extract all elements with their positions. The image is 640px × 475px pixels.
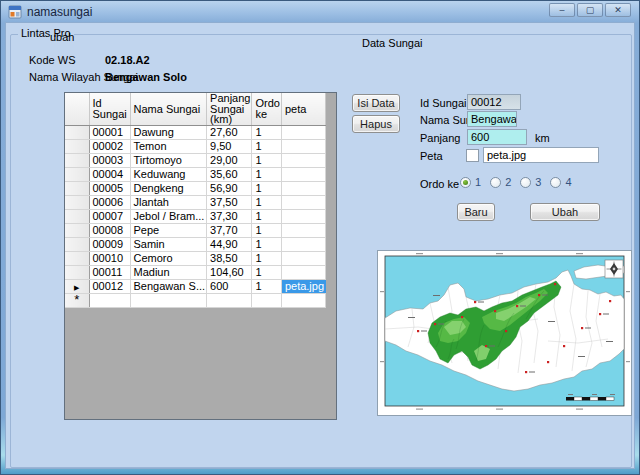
river-data-grid[interactable]: Id Sungai Nama Sungai Panjang Sungai (km… [64,92,337,420]
grid-cell[interactable]: Cemoro [130,251,207,265]
grid-cell[interactable]: Keduwang [130,167,207,181]
row-selector[interactable]: ▶ [65,279,89,293]
grid-cell[interactable]: 1 [252,237,281,251]
grid-cell[interactable]: 00006 [89,195,130,209]
grid-cell[interactable]: 37,70 [207,223,252,237]
grid-cell[interactable] [207,293,252,307]
row-selector[interactable] [65,181,89,195]
grid-cell[interactable]: 00005 [89,181,130,195]
table-row[interactable]: 00008Pepe37,701 [65,223,326,237]
grid-cell[interactable] [281,167,325,181]
row-selector[interactable] [65,265,89,279]
ordo-radio-1[interactable]: 1 [460,176,481,188]
grid-cell[interactable]: 1 [252,139,281,153]
grid-cell[interactable]: 1 [252,125,281,139]
table-row[interactable]: * [65,293,326,307]
grid-cell[interactable]: 29,00 [207,153,252,167]
table-row[interactable]: ▶00012Bengawan S...6001peta.jpg [65,279,326,293]
row-selector[interactable] [65,139,89,153]
grid-cell[interactable]: 104,60 [207,265,252,279]
grid-cell[interactable] [281,209,325,223]
table-row[interactable]: 00003Tirtomoyo29,001 [65,153,326,167]
grid-cell[interactable] [281,293,325,307]
grid-cell[interactable] [252,293,281,307]
table-row[interactable]: 00001Dawung27,601 [65,125,326,139]
grid-cell[interactable] [281,223,325,237]
grid-cell[interactable]: 00001 [89,125,130,139]
grid-cell[interactable] [281,237,325,251]
table-row[interactable]: 00010Cemoro38,501 [65,251,326,265]
grid-cell[interactable]: 00004 [89,167,130,181]
table-row[interactable]: 00006Jlantah37,501 [65,195,326,209]
column-header-id-sungai[interactable]: Id Sungai [89,93,130,125]
grid-cell[interactable]: 1 [252,167,281,181]
grid-cell[interactable]: 1 [252,265,281,279]
grid-cell[interactable]: 00010 [89,251,130,265]
grid-cell[interactable]: Jlantah [130,195,207,209]
ordo-radio-2[interactable]: 2 [490,176,511,188]
ubah-button[interactable]: Ubah [530,203,600,221]
baru-button[interactable]: Baru [457,203,495,221]
close-icon[interactable]: ✕ [605,3,631,17]
titlebar[interactable]: namasungai – ▢ ✕ [1,1,639,22]
grid-cell[interactable]: 9,50 [207,139,252,153]
panjang-field[interactable]: 600 [467,129,527,145]
grid-cell[interactable] [281,125,325,139]
grid-cell[interactable] [281,139,325,153]
grid-cell[interactable]: Dengkeng [130,181,207,195]
grid-cell[interactable]: 37,50 [207,195,252,209]
grid-cell[interactable]: Bengawan S... [130,279,207,293]
grid-cell[interactable]: 38,50 [207,251,252,265]
ordo-radio-3[interactable]: 3 [520,176,541,188]
hapus-button[interactable]: Hapus [352,115,400,133]
grid-cell[interactable] [281,195,325,209]
grid-cell[interactable] [281,265,325,279]
grid-cell[interactable]: Samin [130,237,207,251]
grid-cell[interactable]: Tirtomoyo [130,153,207,167]
grid-cell[interactable]: 1 [252,223,281,237]
grid-cell[interactable]: Madiun [130,265,207,279]
id-sungai-field[interactable]: 00012 [467,94,521,110]
row-selector[interactable] [65,237,89,251]
ordo-radio-4[interactable]: 4 [550,176,571,188]
peta-field[interactable]: peta.jpg [483,147,599,163]
row-selector[interactable] [65,167,89,181]
grid-cell[interactable]: 1 [252,195,281,209]
grid-cell[interactable]: 00007 [89,209,130,223]
grid-cell[interactable]: 1 [252,153,281,167]
maximize-icon[interactable]: ▢ [577,3,603,17]
grid-cell[interactable]: Pepe [130,223,207,237]
peta-checkbox[interactable] [466,149,479,162]
grid-cell[interactable]: 1 [252,279,281,293]
grid-cell[interactable] [89,293,130,307]
grid-cell[interactable]: 00011 [89,265,130,279]
row-selector[interactable] [65,209,89,223]
grid-cell[interactable]: 56,90 [207,181,252,195]
grid-cell[interactable]: 35,60 [207,167,252,181]
grid-cell[interactable]: Temon [130,139,207,153]
column-header-panjang[interactable]: Panjang Sungai (km) [207,93,252,125]
grid-cell[interactable] [130,293,207,307]
table-row[interactable]: 00002Temon9,501 [65,139,326,153]
grid-cell[interactable]: 00008 [89,223,130,237]
grid-cell[interactable]: Jebol / Bram... [130,209,207,223]
table-row[interactable]: 00005Dengkeng56,901 [65,181,326,195]
row-selector[interactable] [65,125,89,139]
grid-cell[interactable]: 44,90 [207,237,252,251]
nama-sungai-field[interactable]: Bengawan So [467,111,517,127]
grid-cell[interactable]: 600 [207,279,252,293]
grid-cell[interactable]: 27,60 [207,125,252,139]
table-row[interactable]: 00007Jebol / Bram...37,301 [65,209,326,223]
grid-cell[interactable]: 00002 [89,139,130,153]
grid-cell[interactable]: 00012 [89,279,130,293]
grid-cell[interactable]: 1 [252,209,281,223]
row-selector[interactable]: * [65,293,89,307]
column-header-peta[interactable]: peta [281,93,325,125]
column-header-nama-sungai[interactable]: Nama Sungai [130,93,207,125]
row-selector[interactable] [65,153,89,167]
grid-cell[interactable]: 1 [252,181,281,195]
grid-cell[interactable]: 00003 [89,153,130,167]
grid-cell[interactable]: 37,30 [207,209,252,223]
grid-cell[interactable]: 1 [252,251,281,265]
grid-cell[interactable]: 00009 [89,237,130,251]
